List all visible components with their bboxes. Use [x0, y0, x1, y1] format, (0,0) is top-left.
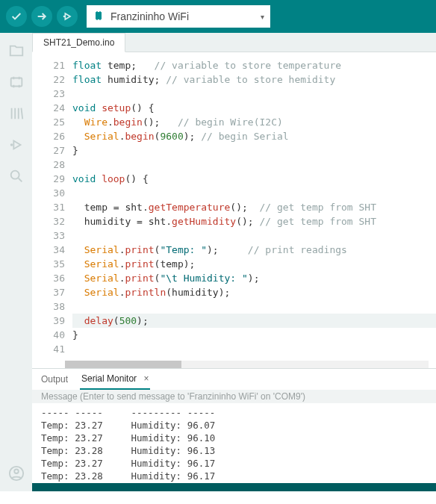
debug-button[interactable] — [57, 6, 78, 27]
code-line[interactable]: Wire.begin(); // begin Wire(I2C) — [72, 115, 436, 129]
svg-point-4 — [10, 171, 19, 179]
search-icon[interactable] — [7, 167, 25, 185]
code-line[interactable]: Serial.begin(9600); // begin Serial — [72, 129, 436, 143]
code-line[interactable]: float humidity; // variable to store hem… — [72, 72, 436, 87]
code-line[interactable] — [72, 158, 436, 172]
sketchbook-icon[interactable] — [7, 42, 25, 60]
bottom-panel-tabs: Output Serial Monitor × — [32, 368, 436, 390]
code-line[interactable]: void loop() { — [72, 172, 436, 186]
editor-tab[interactable]: SHT21_Demo.ino — [32, 33, 125, 52]
horizontal-scrollbar[interactable] — [65, 361, 429, 368]
board-selector[interactable]: Franzininho WiFi ▾ — [87, 5, 270, 28]
code-line[interactable]: void setup() { — [72, 101, 436, 115]
profile-icon[interactable] — [7, 464, 25, 482]
code-line[interactable] — [72, 186, 436, 200]
code-line[interactable]: Serial.println(humidity); — [72, 285, 436, 299]
editor-tab-bar: SHT21_Demo.ino — [32, 33, 436, 52]
code-line[interactable]: } — [72, 328, 436, 342]
code-lines[interactable]: float temp; // variable to store tempera… — [72, 58, 436, 356]
upload-button[interactable] — [31, 6, 52, 27]
library-manager-icon[interactable] — [7, 105, 25, 122]
debug-panel-icon[interactable] — [7, 136, 25, 154]
svg-point-0 — [63, 16, 66, 18]
code-line[interactable]: Serial.print(temp); — [72, 257, 436, 271]
board-connected-icon — [93, 10, 105, 24]
top-toolbar: Franzininho WiFi ▾ — [0, 0, 436, 33]
tab-serial-monitor[interactable]: Serial Monitor × — [80, 369, 150, 390]
code-line[interactable] — [72, 87, 436, 101]
serial-monitor-input[interactable] — [32, 390, 436, 403]
chevron-down-icon: ▾ — [261, 13, 264, 21]
code-line[interactable] — [72, 299, 436, 314]
code-line[interactable]: humidity = sht.getHumidity(); // get tem… — [72, 214, 436, 228]
code-line[interactable]: temp = sht.getTemperature(); // get temp… — [72, 200, 436, 214]
verify-button[interactable] — [6, 6, 27, 27]
board-name: Franzininho WiFi — [110, 10, 261, 22]
code-editor[interactable]: 2122232425262728293031323334353637383940… — [32, 52, 436, 368]
code-line[interactable] — [72, 342, 436, 356]
activity-bar — [0, 33, 32, 491]
boards-manager-icon[interactable] — [7, 73, 25, 91]
serial-monitor-output: ----- ----- --------- ----- Temp: 23.27 … — [32, 403, 436, 483]
code-line[interactable] — [72, 228, 436, 243]
close-icon[interactable]: × — [143, 373, 149, 384]
scrollbar-thumb[interactable] — [65, 361, 181, 368]
svg-point-6 — [14, 470, 19, 474]
tab-output[interactable]: Output — [40, 370, 69, 389]
code-line[interactable]: Serial.print("Temp: "); // print reading… — [72, 243, 436, 257]
status-bar — [32, 483, 436, 491]
svg-point-3 — [10, 143, 13, 146]
code-line[interactable]: delay(500); — [72, 314, 436, 328]
code-line[interactable]: Serial.print("\t Humidity: "); — [72, 271, 436, 285]
code-line[interactable]: float temp; // variable to store tempera… — [72, 58, 436, 72]
svg-rect-2 — [10, 78, 22, 87]
line-number-gutter: 2122232425262728293031323334353637383940… — [32, 58, 72, 356]
tab-filename: SHT21_Demo.ino — [43, 37, 114, 48]
code-line[interactable]: } — [72, 143, 436, 158]
